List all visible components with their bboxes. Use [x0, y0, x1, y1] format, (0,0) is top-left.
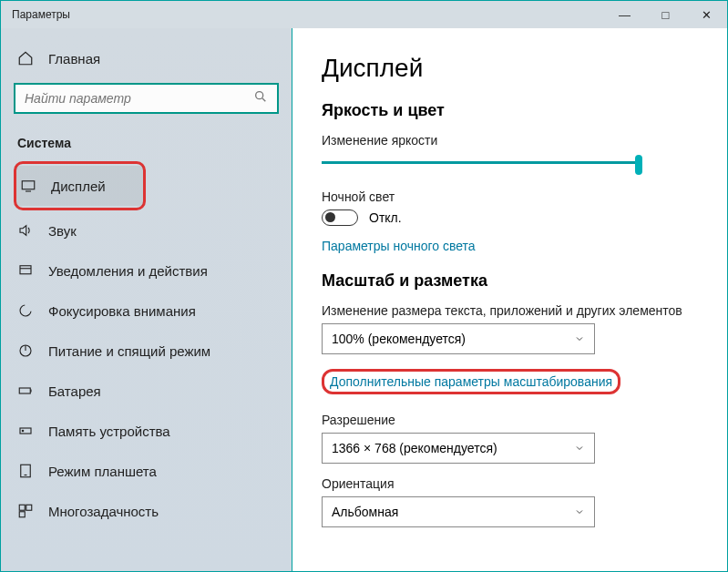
- home-link[interactable]: Главная: [14, 45, 292, 83]
- battery-icon: [17, 383, 34, 399]
- sidebar-item-storage[interactable]: Память устройства: [14, 411, 292, 451]
- window-controls: — □ ✕: [604, 1, 727, 28]
- power-icon: [17, 342, 34, 359]
- scale-section-heading: Масштаб и разметка: [322, 271, 696, 291]
- content-pane: Дисплей Яркость и цвет Изменение яркости…: [292, 28, 727, 571]
- category-heading: Система: [14, 130, 292, 161]
- svg-rect-15: [26, 505, 32, 510]
- titlebar: Параметры — □ ✕: [1, 1, 727, 28]
- chevron-down-icon: [574, 333, 585, 344]
- resolution-label: Разрешение: [322, 413, 696, 427]
- multitask-icon: [17, 503, 34, 519]
- page-title: Дисплей: [322, 54, 696, 83]
- nav-label: Фокусировка внимания: [48, 303, 196, 319]
- brightness-section-heading: Яркость и цвет: [322, 101, 696, 120]
- highlight-display-item: Дисплей: [14, 161, 146, 210]
- brightness-slider[interactable]: [322, 153, 696, 171]
- sidebar: Главная Система Дисплей Звук Уведомления…: [1, 28, 292, 571]
- window-title: Параметры: [12, 8, 70, 21]
- advanced-scale-link[interactable]: Дополнительные параметры масштабирования: [330, 374, 612, 389]
- search-icon: [253, 89, 268, 107]
- home-icon: [17, 50, 34, 66]
- highlight-advanced-scale: Дополнительные параметры масштабирования: [322, 369, 620, 394]
- search-container: [14, 83, 279, 114]
- toggle-knob: [325, 212, 335, 222]
- nav-label: Режим планшета: [48, 464, 157, 479]
- nav-label: Питание и спящий режим: [48, 343, 210, 359]
- nav-label: Память устройства: [48, 424, 170, 439]
- focus-icon: [17, 302, 34, 319]
- tablet-icon: [17, 463, 34, 479]
- scale-combo[interactable]: 100% (рекомендуется): [322, 323, 595, 354]
- orientation-combo[interactable]: Альбомная: [322, 496, 595, 527]
- brightness-label: Изменение яркости: [322, 133, 696, 148]
- resolution-value: 1366 × 768 (рекомендуется): [332, 441, 497, 455]
- sidebar-item-tablet[interactable]: Режим планшета: [14, 451, 292, 491]
- svg-rect-8: [19, 388, 30, 393]
- orientation-label: Ориентация: [322, 476, 696, 491]
- sidebar-item-multitask[interactable]: Многозадачность: [14, 491, 292, 531]
- maximize-button[interactable]: □: [645, 1, 686, 28]
- night-light-value: Откл.: [369, 210, 402, 225]
- chevron-down-icon: [574, 443, 585, 454]
- svg-rect-2: [22, 181, 35, 189]
- notifications-icon: [17, 262, 34, 279]
- svg-point-11: [22, 430, 24, 432]
- svg-rect-4: [20, 266, 31, 274]
- display-icon: [20, 178, 36, 194]
- minimize-button[interactable]: —: [604, 1, 645, 28]
- sidebar-item-sound[interactable]: Звук: [14, 210, 292, 250]
- sidebar-item-battery[interactable]: Батарея: [14, 371, 292, 411]
- sidebar-item-notifications[interactable]: Уведомления и действия: [14, 250, 292, 291]
- nav-label: Звук: [48, 223, 77, 239]
- sidebar-item-power[interactable]: Питание и спящий режим: [14, 331, 292, 371]
- nav-label: Дисплей: [51, 179, 106, 194]
- nav-label: Уведомления и действия: [48, 263, 208, 279]
- slider-thumb[interactable]: [635, 155, 642, 175]
- svg-point-0: [256, 92, 263, 99]
- sidebar-item-focus[interactable]: Фокусировка внимания: [14, 291, 292, 331]
- night-light-toggle[interactable]: [322, 209, 358, 226]
- chevron-down-icon: [574, 506, 585, 517]
- svg-rect-14: [19, 505, 25, 510]
- sound-icon: [17, 222, 34, 239]
- search-field[interactable]: [25, 91, 253, 106]
- night-light-settings-link[interactable]: Параметры ночного света: [322, 239, 696, 253]
- svg-line-1: [262, 98, 265, 101]
- scale-label: Изменение размера текста, приложений и д…: [322, 303, 696, 318]
- orientation-value: Альбомная: [332, 505, 398, 519]
- home-label: Главная: [48, 51, 100, 66]
- close-button[interactable]: ✕: [686, 1, 727, 28]
- nav-label: Батарея: [48, 383, 101, 399]
- night-light-label: Ночной свет: [322, 189, 696, 204]
- storage-icon: [17, 423, 34, 439]
- search-input[interactable]: [14, 83, 279, 114]
- resolution-combo[interactable]: 1366 × 768 (рекомендуется): [322, 433, 595, 464]
- scale-value: 100% (рекомендуется): [332, 332, 466, 346]
- sidebar-item-display[interactable]: Дисплей: [16, 166, 143, 206]
- svg-rect-16: [19, 512, 25, 517]
- nav-label: Многозадачность: [48, 504, 159, 519]
